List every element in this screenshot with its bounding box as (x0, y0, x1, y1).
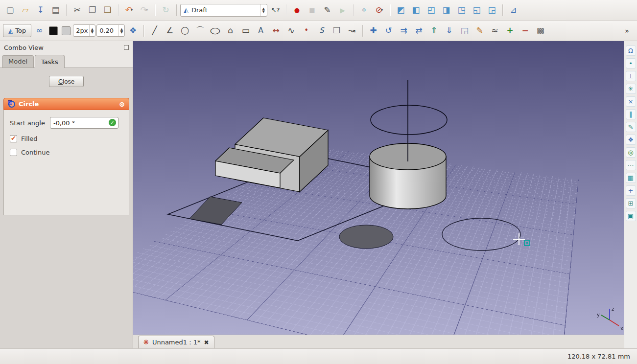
draft-line-button[interactable]: ╱ (147, 23, 162, 38)
new-file-button[interactable]: ▢ (3, 3, 17, 17)
save-file-button[interactable]: ↧ (33, 3, 47, 17)
draft-dimension-button[interactable]: ↔ (269, 23, 283, 38)
face-color-swatch[interactable] (62, 26, 71, 35)
snap-parallel-button[interactable]: ∥ (626, 109, 636, 119)
draft-delete-point-button[interactable]: − (518, 23, 532, 38)
open-file-button[interactable]: ▱ (18, 3, 32, 17)
wire-circle-right[interactable] (442, 218, 520, 250)
snap-dimensions-button[interactable]: ⋯ (626, 160, 636, 170)
undo-caret-icon[interactable]: ▾ (131, 8, 133, 12)
draft-point-button[interactable]: • (299, 23, 313, 38)
draft-shapestring-button[interactable]: S (314, 23, 329, 38)
apply-style-button[interactable]: ❖ (126, 23, 140, 38)
float-panel-button[interactable] (124, 45, 129, 50)
snap-near-button[interactable]: ✎ (626, 122, 636, 132)
workbench-selector-arrows[interactable]: ▲▼ (260, 4, 267, 16)
view-rear-button[interactable]: ◳ (454, 3, 469, 17)
snap-ortho-button[interactable]: ▣ (626, 211, 636, 221)
redo-button[interactable]: ↷▾ (137, 3, 151, 17)
draw-style-caret-icon[interactable]: ▾ (381, 8, 383, 12)
collapse-section-icon[interactable]: ⊗ (119, 101, 125, 108)
macro-edit-button[interactable]: ✎ (320, 3, 334, 17)
undo-button[interactable]: ↶▾ (122, 3, 136, 17)
view-isometric-button[interactable]: ◩ (394, 3, 408, 17)
draft-scale-button[interactable]: ◲ (457, 23, 472, 38)
whats-this-icon: ↖? (271, 7, 280, 13)
print-button[interactable]: ▤ (48, 3, 63, 17)
draw-style-button[interactable]: ⊘▾ (372, 3, 386, 17)
text-size-spinbox[interactable]: 0,20▲▼ (96, 24, 125, 37)
draft-wire-button[interactable]: ∠ (163, 23, 177, 38)
draft-text-button[interactable]: A (254, 23, 268, 38)
draft-upgrade-button[interactable]: ⇑ (427, 23, 441, 38)
circle-task-header[interactable]: Circle ⊗ (3, 98, 129, 110)
snap-center-button[interactable]: ◎ (626, 147, 636, 158)
tab-tasks[interactable]: Tasks (35, 55, 65, 68)
snap-lock-button[interactable]: Ω (626, 46, 636, 56)
draft-rotate-button[interactable]: ↺ (381, 23, 396, 38)
draft-rectangle-button[interactable]: ▭ (238, 23, 253, 38)
box-object[interactable] (215, 118, 328, 192)
redo-caret-icon[interactable]: ▾ (146, 8, 148, 12)
draft-tray-toolbar: ◭Top∞2px▲▼0,20▲▼❖╱∠◯⌒○⌂▭A↔∿•S❒↝✚↺⇉⇄⇑⇓◲✎≈… (0, 21, 637, 41)
toolbar-overflow-button[interactable]: » (620, 23, 634, 38)
copy-button[interactable]: ❐ (85, 3, 99, 17)
snap-angle-button[interactable]: ✳ (626, 84, 636, 94)
view-bottom-button[interactable]: ◱ (470, 3, 484, 17)
zoom-box-button[interactable]: ⌖ (357, 3, 371, 17)
cut-button[interactable]: ✂ (70, 3, 84, 17)
macro-play-button[interactable]: ▶ (335, 3, 350, 17)
draft-edit-button[interactable]: ✎ (472, 23, 487, 38)
whats-this-button[interactable]: ↖? (268, 3, 283, 17)
snap-midpoint-button[interactable]: ⊥ (626, 71, 636, 81)
macro-stop-button[interactable]: ■ (305, 3, 319, 17)
draft-offset-button[interactable]: ⇉ (397, 23, 411, 38)
draft-arc-button[interactable]: ⌒ (193, 23, 207, 38)
draft-add-point-button[interactable]: + (503, 23, 517, 38)
filled-checkbox[interactable] (10, 135, 17, 142)
line-width-spinbox[interactable]: 2px▲▼ (73, 24, 95, 37)
draft-circle-button[interactable]: ◯ (178, 23, 192, 38)
snap-special-button[interactable]: ❖ (626, 135, 636, 145)
draft-ellipse-button[interactable]: ○ (208, 23, 222, 38)
draft-polygon-button[interactable]: ⌂ (223, 23, 237, 38)
start-angle-input[interactable] (50, 117, 118, 129)
line-width-arrows[interactable]: ▲▼ (89, 25, 95, 36)
draft-facebinder-button[interactable]: ❒ (330, 23, 344, 38)
line-color-swatch[interactable] (49, 26, 58, 35)
text-size-arrows[interactable]: ▲▼ (118, 25, 124, 36)
draft-trimex-button[interactable]: ⇄ (412, 23, 426, 38)
view-right-button[interactable]: ◨ (439, 3, 453, 17)
document-tab[interactable]: ❋ Unnamed1 : 1* ✖ (138, 336, 214, 348)
draft-shape-2d-view-button[interactable]: ▩ (533, 23, 547, 38)
snap-intersection-icon: × (628, 98, 634, 105)
draft-wire-to-bspline-button[interactable]: ≈ (488, 23, 502, 38)
view-front-button[interactable]: ◧ (409, 3, 423, 17)
draft-downgrade-button[interactable]: ⇓ (442, 23, 456, 38)
draft-bspline-button[interactable]: ∿ (284, 23, 298, 38)
snap-grid-button[interactable]: + (626, 185, 636, 196)
filled-rectangle[interactable] (189, 197, 242, 225)
snap-extension-button[interactable]: ⊞ (626, 198, 636, 208)
paste-button[interactable]: ❏ (100, 3, 115, 17)
snap-endpoint-button[interactable]: • (626, 58, 636, 68)
filled-circle[interactable] (339, 225, 393, 249)
3d-viewport[interactable]: z y x (133, 41, 624, 335)
draft-move-button[interactable]: ✚ (366, 23, 380, 38)
workbench-selector[interactable]: ◭Draft▲▼ (180, 4, 267, 17)
tab-model[interactable]: Model (2, 55, 34, 68)
macro-record-button[interactable]: ● (290, 3, 304, 17)
measure-distance-button[interactable]: ⊿ (506, 3, 520, 17)
wire-circle-top[interactable] (371, 105, 447, 135)
view-left-button[interactable]: ◲ (485, 3, 499, 17)
close-document-icon[interactable]: ✖ (204, 339, 209, 346)
refresh-button[interactable]: ↻ (159, 3, 173, 17)
view-top-button[interactable]: ◰ (424, 3, 438, 17)
close-task-button[interactable]: Close (49, 76, 84, 87)
working-plane-button[interactable]: ◭Top (3, 24, 31, 37)
snap-intersection-button[interactable]: × (626, 96, 636, 107)
draft-bezier-button[interactable]: ↝ (345, 23, 359, 38)
snap-working-plane-button[interactable]: ▦ (626, 173, 636, 183)
continue-checkbox[interactable] (10, 149, 17, 156)
construction-mode-button[interactable]: ∞ (32, 23, 47, 38)
